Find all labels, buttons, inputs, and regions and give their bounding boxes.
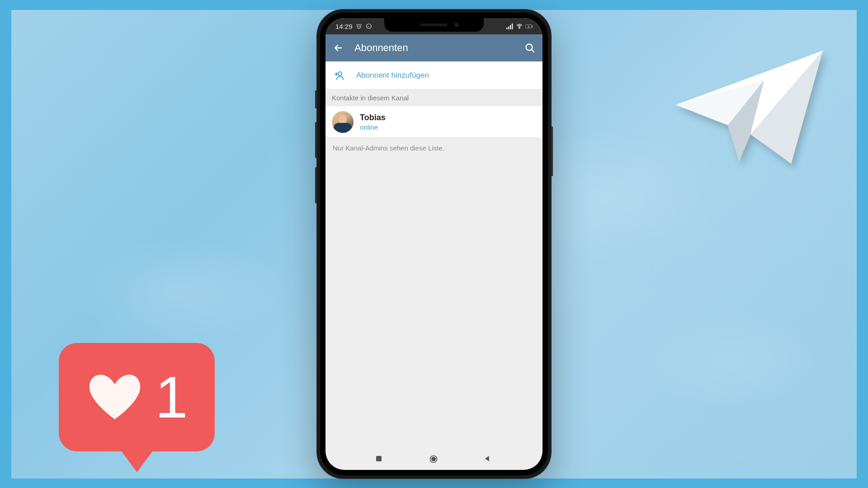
svg-rect-8 [532, 25, 532, 27]
svg-rect-5 [512, 23, 513, 29]
signal-icon [506, 23, 514, 30]
mute-switch [315, 90, 317, 108]
heart-icon [85, 368, 144, 427]
wifi-icon [516, 23, 523, 30]
section-header: Kontakte in diesem Kanal [326, 89, 542, 106]
volume-up-button [315, 122, 317, 158]
phone-notch [384, 18, 484, 32]
canvas: 14:29 [11, 10, 857, 479]
svg-rect-4 [510, 25, 511, 29]
battery-icon: 6 [525, 23, 533, 30]
app-bar: Abonnenten [326, 34, 542, 61]
search-button[interactable] [524, 42, 535, 53]
volume-down-button [315, 167, 317, 203]
phone-frame: 14:29 [316, 9, 552, 479]
contact-row[interactable]: Tobias online [326, 106, 542, 138]
system-nav-bar [326, 449, 542, 470]
phone-screen: 14:29 [326, 18, 542, 470]
like-badge: 1 [59, 343, 215, 451]
power-button [551, 127, 553, 176]
add-user-icon [334, 70, 344, 81]
like-bubble: 1 [59, 343, 215, 451]
avatar [332, 111, 354, 133]
home-button[interactable] [429, 455, 439, 465]
add-subscriber-button[interactable]: Abonnent hinzufügen [326, 61, 542, 89]
back-nav-button[interactable] [483, 455, 493, 465]
svg-rect-2 [506, 27, 507, 29]
status-time: 14:29 [335, 23, 353, 30]
admin-hint: Nur Kanal-Admins sehen diese Liste. [326, 138, 542, 158]
phone-inner-frame: 14:29 [320, 13, 548, 475]
back-button[interactable] [333, 42, 344, 53]
svg-point-6 [519, 28, 520, 28]
like-bubble-tail [119, 448, 155, 472]
svg-text:6: 6 [528, 25, 529, 28]
alarm-icon [355, 23, 363, 30]
like-count: 1 [155, 368, 188, 427]
svg-point-11 [338, 72, 342, 75]
contact-status: online [360, 123, 386, 131]
add-subscriber-label: Abonnent hinzufügen [356, 71, 429, 80]
svg-rect-3 [508, 26, 509, 29]
recents-button[interactable] [375, 455, 385, 465]
svg-rect-12 [376, 456, 382, 461]
svg-point-1 [366, 24, 371, 29]
speaker-grille [420, 23, 448, 26]
front-camera [454, 23, 459, 27]
page-title: Abonnenten [354, 42, 514, 54]
telegram-plane-icon [667, 35, 830, 179]
whatsapp-icon [365, 23, 373, 30]
svg-point-14 [432, 457, 435, 461]
contact-info: Tobias online [360, 113, 386, 131]
contact-name: Tobias [360, 113, 386, 122]
